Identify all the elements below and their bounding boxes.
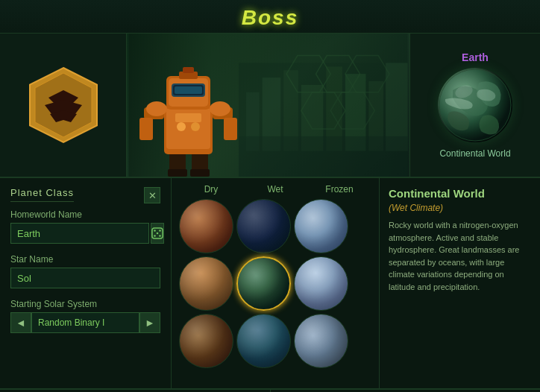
- svg-rect-38: [175, 86, 202, 94]
- badge-area: [0, 34, 127, 177]
- col-frozen-label: Frozen: [313, 184, 367, 195]
- preview-planet-type: Continental World: [439, 148, 510, 159]
- svg-point-48: [157, 233, 159, 235]
- homeworld-field: [10, 223, 160, 244]
- faction-badge: [26, 64, 101, 146]
- svg-point-50: [159, 235, 161, 237]
- footer: Back Next: [0, 388, 540, 392]
- planet-wet-3[interactable]: [236, 314, 291, 368]
- main-content: Planet Class ✕ Homeworld Name Star Name …: [0, 178, 540, 388]
- randomize-homeworld-button[interactable]: [151, 223, 164, 244]
- close-button[interactable]: ✕: [144, 187, 160, 203]
- svg-point-46: [154, 230, 156, 232]
- star-input[interactable]: [10, 268, 160, 288]
- planet-preview-sphere: [438, 68, 512, 142]
- planet-preview-area: Earth: [409, 34, 540, 177]
- svg-point-26: [191, 122, 200, 131]
- svg-rect-30: [224, 118, 237, 140]
- section-title-row: Planet Class ✕: [10, 187, 160, 209]
- homeworld-label: Homeworld Name: [10, 209, 160, 220]
- star-label: Star Name: [10, 254, 160, 265]
- solar-system-field: ◄ Random Binary I ►: [10, 312, 160, 333]
- page-title: Boss: [0, 6, 540, 30]
- info-panel: Continental World (Wet Climate) Rocky wo…: [380, 178, 540, 388]
- robot-character: [131, 39, 246, 177]
- col-dry-label: Dry: [184, 184, 239, 195]
- svg-point-43: [453, 83, 474, 100]
- homeworld-input[interactable]: [10, 223, 149, 244]
- hero-center: [127, 34, 409, 177]
- info-description: Rocky world with a nitrogen-oxygen atmos…: [389, 219, 531, 293]
- svg-rect-21: [190, 169, 210, 177]
- planet-dry-3[interactable]: [179, 314, 233, 368]
- planet-grid-header: Dry Wet Frozen: [179, 184, 371, 195]
- svg-point-41: [439, 69, 511, 141]
- svg-rect-29: [139, 118, 153, 140]
- section-header: Planet Class: [10, 187, 74, 202]
- preview-planet-name: Earth: [462, 51, 489, 63]
- planet-wet-2-selected[interactable]: [236, 256, 291, 311]
- left-panel: Planet Class ✕ Homeworld Name Star Name …: [0, 178, 172, 388]
- solar-system-value: Random Binary I: [31, 312, 139, 333]
- info-climate: (Wet Climate): [389, 203, 531, 213]
- svg-point-44: [439, 69, 511, 141]
- svg-point-42: [439, 69, 511, 141]
- planet-dry-2[interactable]: [179, 256, 233, 311]
- svg-rect-12: [239, 136, 407, 177]
- solar-label: Starting Solar System: [10, 299, 160, 309]
- hero-section: Earth: [0, 33, 540, 178]
- planet-frozen-3[interactable]: [294, 314, 348, 368]
- svg-point-47: [159, 230, 161, 232]
- col-wet-label: Wet: [248, 184, 303, 195]
- solar-prev-button[interactable]: ◄: [10, 312, 31, 333]
- star-field: [10, 268, 160, 288]
- planet-frozen-2[interactable]: [294, 256, 348, 311]
- planet-grid: [179, 199, 371, 368]
- svg-rect-24: [175, 113, 201, 122]
- planet-grid-panel: Dry Wet Frozen: [172, 178, 380, 388]
- svg-point-31: [146, 101, 167, 116]
- solar-next-button[interactable]: ►: [139, 312, 160, 333]
- planet-frozen-1[interactable]: [294, 199, 348, 253]
- svg-point-49: [154, 235, 156, 237]
- planet-dry-1[interactable]: [179, 199, 233, 253]
- planet-wet-1[interactable]: [236, 199, 291, 253]
- header: Boss: [0, 0, 540, 33]
- info-title: Continental World: [389, 187, 531, 200]
- svg-rect-40: [183, 67, 194, 73]
- svg-point-32: [210, 101, 230, 116]
- svg-rect-20: [168, 169, 187, 177]
- svg-point-25: [177, 122, 186, 131]
